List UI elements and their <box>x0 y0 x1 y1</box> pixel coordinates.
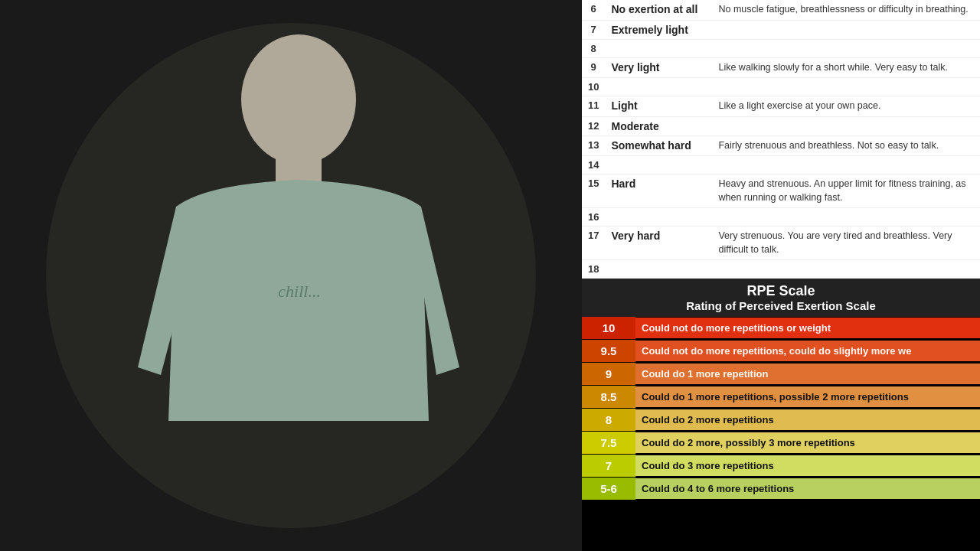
person-silhouette <box>0 0 582 551</box>
borg-label: Extremely light <box>605 20 712 39</box>
rpe-number: 9 <box>582 363 635 385</box>
rpe-title-area: RPE Scale Rating of Perceived Exertion S… <box>582 279 980 317</box>
borg-label <box>605 78 712 96</box>
borg-description <box>712 208 980 227</box>
borg-description: Very strenuous. You are very tired and b… <box>712 227 980 260</box>
borg-row: 15HardHeavy and strenuous. An upper limi… <box>582 174 980 208</box>
rpe-number: 9.5 <box>582 340 635 362</box>
rpe-number: 5-6 <box>582 478 635 500</box>
rpe-sub-title: Rating of Perceived Exertion Scale <box>582 299 980 315</box>
rpe-description: Could not do more repetitions or weight <box>635 318 980 338</box>
borg-label: Somewhat hard <box>605 135 712 156</box>
rpe-number: 8 <box>582 409 635 431</box>
rpe-description: Could do 1 more repetition <box>635 364 980 384</box>
rpe-number: 7.5 <box>582 432 635 454</box>
borg-label <box>605 156 712 174</box>
borg-number: 11 <box>582 96 605 117</box>
rpe-section: RPE Scale Rating of Perceived Exertion S… <box>582 279 980 551</box>
rpe-description: Could do 2 more, possibly 3 more repetit… <box>635 432 980 453</box>
rpe-row: 5-6Could do 4 to 6 more repetitions <box>582 478 980 500</box>
rpe-row: 7Could do 3 more repetitions <box>582 455 980 478</box>
video-background: chill... <box>0 0 582 551</box>
borg-row: 7Extremely light <box>582 20 980 39</box>
borg-description <box>712 260 980 279</box>
borg-description <box>712 116 980 135</box>
rpe-number: 10 <box>582 317 635 339</box>
rpe-description: Could do 3 more repetitions <box>635 455 980 476</box>
borg-description: No muscle fatigue, breathlessness or dif… <box>712 0 980 20</box>
borg-row: 14 <box>582 156 980 174</box>
borg-description: Fairly strenuous and breathless. Not so … <box>712 135 980 156</box>
rpe-row: 10Could not do more repetitions or weigh… <box>582 317 980 340</box>
borg-number: 17 <box>582 227 605 260</box>
borg-label: Very hard <box>605 227 712 260</box>
rpe-row: 9Could do 1 more repetition <box>582 363 980 386</box>
rpe-row: 7.5Could do 2 more, possibly 3 more repe… <box>582 432 980 455</box>
rpe-rows: 10Could not do more repetitions or weigh… <box>582 317 980 500</box>
borg-label <box>605 260 712 279</box>
borg-description <box>712 78 980 96</box>
rpe-main-title: RPE Scale <box>582 283 980 299</box>
svg-point-2 <box>241 34 356 165</box>
rpe-number: 8.5 <box>582 386 635 408</box>
borg-description <box>712 39 980 57</box>
right-panel: 6No exertion at allNo muscle fatigue, br… <box>582 0 980 551</box>
rpe-row: 9.5Could not do more repetitions, could … <box>582 340 980 363</box>
borg-label: Very light <box>605 57 712 78</box>
borg-number: 13 <box>582 135 605 156</box>
borg-row: 8 <box>582 39 980 57</box>
borg-description: Like a light exercise at your own pace. <box>712 96 980 117</box>
borg-number: 8 <box>582 39 605 57</box>
borg-row: 10 <box>582 78 980 96</box>
shirt-text: chill... <box>278 282 321 302</box>
borg-number: 14 <box>582 156 605 174</box>
borg-number: 9 <box>582 57 605 78</box>
borg-number: 12 <box>582 116 605 135</box>
borg-description: Heavy and strenuous. An upper limit for … <box>712 174 980 208</box>
borg-number: 18 <box>582 260 605 279</box>
borg-number: 7 <box>582 20 605 39</box>
borg-label: No exertion at all <box>605 0 712 20</box>
borg-number: 10 <box>582 78 605 96</box>
rpe-description: Could not do more repetitions, could do … <box>635 341 980 361</box>
borg-number: 16 <box>582 208 605 227</box>
borg-label <box>605 208 712 227</box>
rpe-row: 8Could do 2 more repetitions <box>582 409 980 432</box>
borg-label <box>605 39 712 57</box>
rpe-description: Could do 2 more repetitions <box>635 409 980 430</box>
borg-number: 6 <box>582 0 605 20</box>
borg-row: 9Very lightLike walking slowly for a sho… <box>582 57 980 78</box>
borg-row: 13Somewhat hardFairly strenuous and brea… <box>582 135 980 156</box>
borg-number: 15 <box>582 174 605 208</box>
borg-row: 18 <box>582 260 980 279</box>
borg-row: 16 <box>582 208 980 227</box>
borg-scale-table: 6No exertion at allNo muscle fatigue, br… <box>582 0 980 279</box>
borg-description: Like walking slowly for a short while. V… <box>712 57 980 78</box>
borg-label: Moderate <box>605 116 712 135</box>
borg-row: 12Moderate <box>582 116 980 135</box>
borg-row: 6No exertion at allNo muscle fatigue, br… <box>582 0 980 20</box>
borg-row: 11LightLike a light exercise at your own… <box>582 96 980 117</box>
borg-label: Light <box>605 96 712 117</box>
rpe-number: 7 <box>582 455 635 477</box>
rpe-row: 8.5Could do 1 more repetitions, possible… <box>582 386 980 409</box>
borg-table-content: 6No exertion at allNo muscle fatigue, br… <box>582 0 980 279</box>
rpe-description: Could do 4 to 6 more repetitions <box>635 478 980 499</box>
video-area: chill... <box>0 0 582 551</box>
rpe-description: Could do 1 more repetitions, possible 2 … <box>635 386 980 407</box>
borg-description <box>712 156 980 174</box>
borg-label: Hard <box>605 174 712 208</box>
borg-description <box>712 20 980 39</box>
borg-row: 17Very hardVery strenuous. You are very … <box>582 227 980 260</box>
